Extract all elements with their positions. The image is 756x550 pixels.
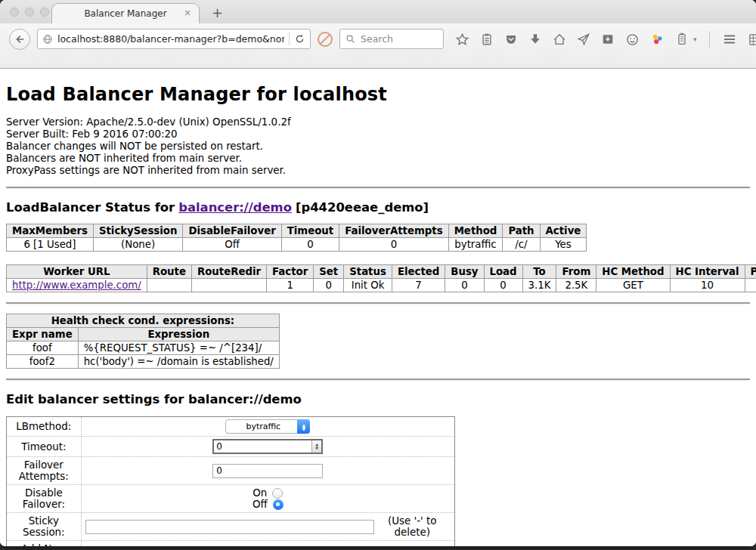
close-window-button[interactable] [10, 8, 19, 17]
radio-on-row: On [83, 487, 453, 499]
minimize-window-button[interactable] [25, 8, 34, 17]
search-placeholder: Search [361, 33, 393, 45]
zoom-window-button[interactable] [40, 8, 49, 17]
window-controls [10, 8, 49, 17]
column-header: To [522, 265, 556, 279]
toolbar-separator [709, 31, 710, 48]
lbmethod-select[interactable]: bytraffic ▲▼ [225, 419, 310, 434]
column-header: Expr name [7, 328, 79, 341]
reload-icon[interactable] [294, 33, 305, 45]
send-tab-icon[interactable] [577, 32, 590, 46]
timeout-input[interactable]: 0 ▲▼ [212, 439, 323, 454]
table-title: Health check cond. expressions: [7, 314, 280, 328]
server-info-line: Server Built: Feb 9 2016 07:00:20 [6, 128, 750, 141]
url-divider [289, 32, 290, 45]
column-header: Route [147, 265, 191, 279]
battery-icon[interactable] [675, 32, 689, 46]
table-cell: hc('body') =~ /domain is established/ [78, 355, 279, 369]
worker-table: Worker URLRouteRouteRedirFactorSetStatus… [6, 264, 756, 292]
search-icon [345, 34, 356, 45]
column-header: Active [540, 224, 587, 238]
table-row: 6 [1 Used](None)Off00bytraffic/c/Yes [7, 238, 587, 252]
bookmark-star-icon[interactable] [455, 32, 469, 47]
table-cell: 2.5K [556, 279, 596, 292]
tab-close-icon[interactable]: × [184, 8, 191, 17]
column-header: HC Method [596, 265, 670, 279]
radio-off-label: Off [253, 499, 268, 510]
radio-on-label: On [253, 487, 267, 499]
divider [6, 187, 750, 188]
table-cell [191, 279, 266, 292]
table-cell: 0 [445, 279, 484, 292]
server-info-line: Server Version: Apache/2.5.0-dev (Unix) … [6, 116, 750, 128]
toolbar-buttons: ▾ [455, 29, 756, 50]
add-new-worker-label: Add New Worker: [7, 541, 82, 546]
column-header: Busy [445, 265, 484, 279]
table-cell: 6 [1 Used] [7, 238, 94, 252]
balancer-link[interactable]: balancer://demo [178, 200, 292, 215]
disable-failover-off-radio[interactable] [273, 499, 284, 510]
column-header: RouteRedir [191, 265, 266, 279]
tab-queue-icon[interactable] [601, 32, 615, 46]
table-cell: 1 [267, 279, 314, 292]
column-header: FailoverAttempts [339, 224, 448, 238]
browser-tab[interactable]: Balancer Manager × [51, 3, 200, 23]
edit-balancer-form: LBmethod: bytraffic ▲▼ Timeout: 0 ▲▼ [6, 416, 455, 546]
table-cell: Init Ok [344, 279, 392, 292]
grid-icon[interactable] [748, 32, 756, 47]
server-info-line: Balancer changes will NOT be persisted o… [6, 141, 750, 153]
sticky-session-input[interactable] [85, 520, 374, 534]
table-row: http://www.example.com/ 10Init Ok7003.1K… [7, 279, 756, 292]
balancer-status-table: MaxMembersStickySessionDisableFailoverTi… [6, 224, 587, 252]
server-info: Server Version: Apache/2.5.0-dev (Unix) … [6, 116, 750, 177]
column-header: Timeout [281, 224, 339, 238]
radio-off-row: Off [83, 499, 453, 510]
pocket-icon[interactable] [504, 32, 518, 46]
server-info-line: ProxyPass settings are NOT inherited fro… [6, 165, 750, 177]
column-header: Factor [267, 265, 314, 279]
column-header: HC Interval [670, 265, 745, 279]
sticky-session-label: Sticky Session: [7, 513, 82, 541]
search-bar[interactable]: Search [339, 29, 444, 49]
column-header: Expression [78, 328, 279, 341]
column-header: Set [314, 265, 344, 279]
worker-url-link[interactable]: http://www.example.com/ [12, 280, 141, 291]
table-cell: http://www.example.com/ [7, 279, 147, 292]
home-icon[interactable] [553, 32, 566, 46]
table-cell: Off [183, 238, 281, 252]
menu-icon[interactable] [722, 32, 737, 47]
page-content: Load Balancer Manager for localhost Serv… [0, 69, 756, 546]
page-title: Load Balancer Manager for localhost [6, 84, 750, 105]
failover-attempts-input[interactable]: 0 [212, 464, 323, 478]
table-cell: 7 [392, 279, 445, 292]
number-stepper-icon[interactable]: ▲▼ [311, 440, 321, 453]
back-arrow-icon [14, 33, 26, 45]
table-cell: 0 [281, 238, 339, 252]
disable-failover-on-radio[interactable] [272, 488, 283, 499]
column-header: Method [448, 224, 503, 238]
column-header: Status [344, 265, 392, 279]
table-cell: 10 [670, 279, 745, 292]
dropdown-caret-icon[interactable]: ▾ [693, 36, 697, 43]
timeout-value: 0 [216, 441, 222, 452]
url-bar[interactable]: localhost:8880/balancer-manager?b=demo&n… [37, 29, 311, 49]
table-cell: foof2 [7, 355, 79, 369]
table-cell: 3.1K [522, 279, 556, 292]
status-heading-prefix: LoadBalancer Status for [6, 200, 175, 215]
content-blocked-icon[interactable] [318, 32, 333, 47]
lbmethod-label: LBmethod: [7, 417, 82, 437]
failover-attempts-label: Failover Attempts: [7, 457, 82, 485]
table-cell: /c/ [503, 238, 540, 252]
downloads-icon[interactable] [528, 32, 542, 46]
edit-settings-heading: Edit balancer settings for balancer://de… [6, 392, 750, 406]
feedback-smiley-icon[interactable] [625, 32, 640, 47]
column-header: Load [484, 265, 522, 279]
clipboard-icon[interactable] [480, 32, 494, 46]
table-cell: GET [596, 279, 670, 292]
sticky-session-row: (Use '-' to delete) [83, 515, 453, 538]
url-text[interactable]: localhost:8880/balancer-manager?b=demo&n… [57, 33, 284, 45]
colored-dots-icon[interactable] [650, 32, 665, 47]
new-tab-button[interactable]: + [212, 6, 223, 20]
column-header: Passes [745, 265, 756, 279]
back-button[interactable] [9, 29, 30, 50]
